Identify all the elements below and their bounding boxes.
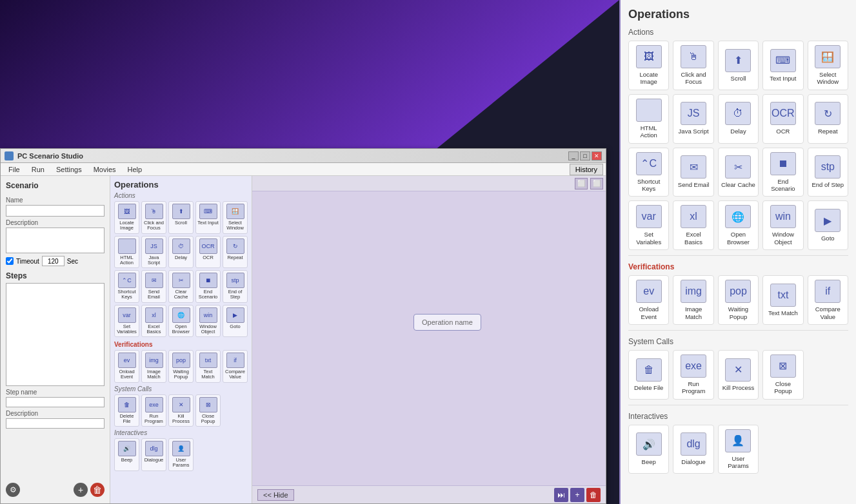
canvas-btn-2[interactable]: ⬜ — [590, 178, 603, 189]
op-item-goto[interactable]: ▶Goto — [223, 305, 248, 338]
right-op-image-match[interactable]: imgImage Match — [673, 275, 713, 325]
description-textarea[interactable] — [6, 228, 105, 253]
right-op-text-match[interactable]: txtText Match — [762, 275, 803, 325]
op-label: Text Input — [197, 220, 219, 226]
right-op-run-program[interactable]: exeRun Program — [673, 350, 713, 400]
op-item-user-params[interactable]: 👤User Params — [168, 438, 194, 471]
op-item-locate-image[interactable]: 🖼Locate Image — [114, 201, 139, 234]
op-item-select-window[interactable]: 🪟Select Window — [223, 201, 248, 234]
op-item-compare-value[interactable]: ifCompare Value — [223, 350, 248, 383]
op-item-delay[interactable]: ⏱Delay — [168, 236, 194, 269]
maximize-btn[interactable]: □ — [580, 151, 590, 160]
right-op-label: Send Email — [678, 181, 710, 188]
app-title: PC Scenario Studio — [17, 152, 83, 160]
op-item-end-scenario[interactable]: ⏹End Scenario — [195, 270, 221, 303]
op-item-text-input[interactable]: ⌨Text Input — [195, 201, 221, 234]
right-op-repeat[interactable]: ↻Repeat — [808, 94, 848, 144]
right-op-goto[interactable]: ▶Goto — [808, 200, 848, 250]
right-op-close-popup[interactable]: ⊠Close Popup — [762, 350, 803, 400]
op-item-set-variables[interactable]: varSet Variables — [114, 305, 139, 338]
minimize-btn[interactable]: _ — [568, 151, 579, 160]
right-op-open-browser[interactable]: 🌐Open Browser — [718, 200, 759, 250]
right-op-select-window[interactable]: 🪟Select Window — [808, 41, 848, 90]
name-input[interactable] — [6, 205, 105, 217]
canvas-add-btn[interactable]: + — [570, 488, 584, 502]
op-item-excel-basics[interactable]: xlExcel Basics — [141, 305, 166, 338]
op-item-dialogue[interactable]: dlgDialogue — [141, 438, 166, 471]
delete-step-button[interactable]: 🗑 — [90, 483, 105, 497]
op-item-open-browser[interactable]: 🌐Open Browser — [168, 305, 194, 338]
op-item-image-match[interactable]: imgImage Match — [141, 350, 166, 383]
settings-button[interactable]: ⚙ — [6, 483, 20, 497]
step-name-input[interactable] — [6, 397, 105, 407]
op-item-java-script[interactable]: JSJava Script — [141, 236, 166, 269]
right-op-send-email[interactable]: ✉Send Email — [673, 148, 713, 197]
right-op-set-variables[interactable]: varSet Variables — [628, 200, 669, 250]
op-icon: win — [199, 307, 217, 323]
right-verif-grid: evOnload EventimgImage MatchpopWaiting P… — [628, 275, 848, 325]
op-item-window-object[interactable]: winWindow Object — [195, 305, 221, 338]
add-step-button[interactable]: + — [74, 483, 88, 497]
menu-help[interactable]: Help — [123, 164, 148, 175]
timeout-checkbox[interactable] — [6, 257, 14, 265]
right-op-icon: img — [681, 280, 706, 303]
right-op-clear-cache[interactable]: ✂Clear Cache — [718, 148, 759, 197]
history-button[interactable]: History — [570, 164, 603, 175]
right-op-window-object[interactable]: winWindow Object — [762, 200, 803, 250]
op-item-beep[interactable]: 🔊Beep — [114, 438, 139, 471]
menu-settings[interactable]: Settings — [51, 164, 87, 175]
op-item-text-match[interactable]: txtText Match — [195, 350, 221, 383]
op-item-end-of-step[interactable]: stpEnd of Step — [223, 270, 248, 303]
right-op-icon: var — [636, 205, 662, 228]
right-op-click-and-focus[interactable]: 🖱Click and Focus — [673, 41, 713, 90]
op-item-repeat[interactable]: ↻Repeat — [223, 236, 248, 269]
op-item-onload-event[interactable]: evOnload Event — [114, 350, 139, 383]
right-op-onload-event[interactable]: evOnload Event — [628, 275, 669, 325]
right-op-shortcut-keys[interactable]: ⌃CShortcut Keys — [628, 148, 669, 197]
menu-file[interactable]: File — [3, 164, 25, 175]
canvas-btn-1[interactable]: ⬜ — [575, 178, 588, 189]
right-op-kill-process[interactable]: ✕Kill Process — [718, 350, 759, 400]
menu-run[interactable]: Run — [26, 164, 50, 175]
op-item-waiting-popup[interactable]: popWaiting Popup — [168, 350, 194, 383]
right-op-dialogue[interactable]: dlgDialogue — [673, 425, 713, 474]
menu-movies[interactable]: Movies — [88, 164, 121, 175]
op-item-shortcut-keys[interactable]: ⌃CShortcut Keys — [114, 270, 139, 303]
right-op-label: Excel Basics — [676, 231, 710, 246]
op-item-ocr[interactable]: OCROCR — [195, 236, 221, 269]
right-op-delay[interactable]: ⏱Delay — [718, 94, 759, 144]
op-item-click-and-focus[interactable]: 🖱Click and Focus — [141, 201, 166, 234]
op-item-delete-file[interactable]: 🗑Delete File — [114, 394, 139, 427]
op-icon: OCR — [199, 238, 217, 254]
right-op-scroll[interactable]: ⬆Scroll — [718, 41, 759, 90]
right-op-excel-basics[interactable]: xlExcel Basics — [673, 200, 713, 250]
right-op-compare-value[interactable]: ifCompare Value — [808, 275, 848, 325]
step-desc-input[interactable] — [6, 418, 105, 429]
op-item-send-email[interactable]: ✉Send Email — [141, 270, 166, 303]
timeout-value[interactable] — [42, 256, 65, 266]
right-op-html-action[interactable]: HTML Action — [628, 94, 669, 144]
op-item-scroll[interactable]: ⬆Scroll — [168, 201, 194, 234]
right-op-waiting-popup[interactable]: popWaiting Popup — [718, 275, 759, 325]
close-btn[interactable]: ✕ — [592, 151, 602, 160]
right-op-user-params[interactable]: 👤User Params — [718, 425, 759, 474]
right-op-end-of-step[interactable]: stpEnd of Step — [808, 148, 848, 197]
right-interactives-title: Interactives — [628, 412, 848, 421]
op-icon: 🖱 — [145, 204, 163, 219]
op-item-clear-cache[interactable]: ✂Clear Cache — [168, 270, 194, 303]
right-op-text-input[interactable]: ⌨Text Input — [762, 41, 803, 90]
canvas-step-btn[interactable]: ⏭ — [554, 488, 568, 502]
canvas-del-btn[interactable]: 🗑 — [586, 488, 601, 502]
op-item-html-action[interactable]: HTML Action — [114, 236, 139, 269]
right-op-beep[interactable]: 🔊Beep — [628, 425, 669, 474]
right-op-java-script[interactable]: JSJava Script — [673, 94, 713, 144]
op-item-close-popup[interactable]: ⊠Close Popup — [195, 394, 221, 427]
right-op-delete-file[interactable]: 🗑Delete File — [628, 350, 669, 400]
right-op-label: Delay — [730, 128, 746, 135]
right-op-end-scenario[interactable]: ⏹End Scenario — [762, 148, 803, 197]
right-op-locate-image[interactable]: 🖼Locate Image — [628, 41, 669, 90]
hide-button[interactable]: << Hide — [257, 489, 294, 501]
op-item-kill-process[interactable]: ✕Kill Process — [168, 394, 194, 427]
op-item-run-program[interactable]: exeRun Program — [141, 394, 166, 427]
right-op-ocr[interactable]: OCROCR — [762, 94, 803, 144]
